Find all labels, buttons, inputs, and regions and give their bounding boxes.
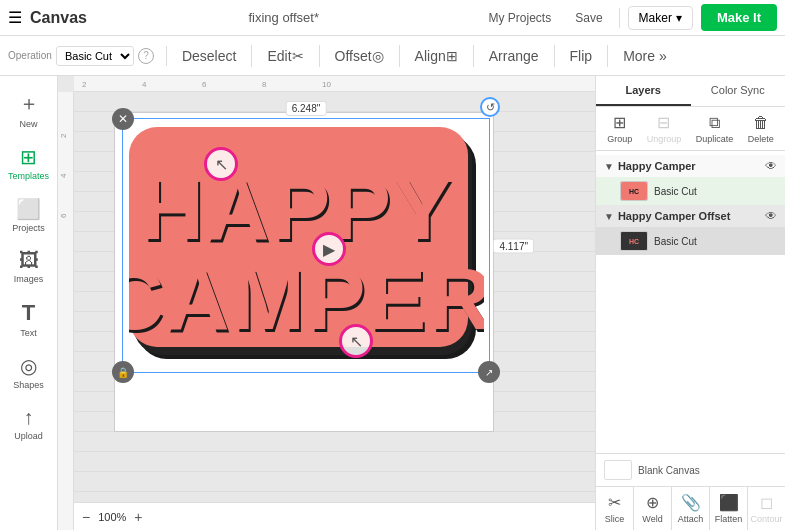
zoom-out-button[interactable]: − bbox=[82, 509, 90, 525]
edit-button[interactable]: Edit ✂ bbox=[264, 45, 306, 67]
flatten-icon: ⬛ bbox=[719, 493, 739, 512]
sidebar-item-label: Projects bbox=[12, 223, 45, 233]
toolbar: Operation Basic Cut ? Deselect Edit ✂ Of… bbox=[0, 36, 785, 76]
sidebar-item-new[interactable]: ＋ New bbox=[4, 84, 54, 135]
move-icon: ↖ bbox=[215, 155, 228, 174]
svg-text:4: 4 bbox=[59, 173, 68, 178]
sidebar-item-text[interactable]: T Text bbox=[4, 294, 54, 344]
panel-footer: ✂ Slice ⊕ Weld 📎 Attach ⬛ Flatten ◻ Cont… bbox=[596, 486, 785, 530]
svg-text:4: 4 bbox=[142, 80, 147, 89]
align-group: Align ⊞ bbox=[412, 45, 474, 67]
edit-icon: ✂ bbox=[292, 48, 304, 64]
canvas-area[interactable]: 2 4 6 8 10 2 4 6 bbox=[58, 76, 595, 530]
hamburger-menu-icon[interactable]: ☰ bbox=[8, 8, 22, 27]
app-title: Canvas bbox=[30, 9, 87, 27]
sidebar-item-templates[interactable]: ⊞ Templates bbox=[4, 139, 54, 187]
blank-canvas-section: Blank Canvas bbox=[596, 453, 785, 486]
slice-icon: ✂ bbox=[608, 493, 621, 512]
layer-item-name: Basic Cut bbox=[654, 236, 777, 247]
offset-group: Offset ◎ bbox=[332, 45, 400, 67]
flip-group: Flip bbox=[567, 45, 609, 67]
layer-thumbnail: HC bbox=[620, 181, 648, 201]
make-it-button[interactable]: Make It bbox=[701, 4, 777, 31]
offset-icon: ◎ bbox=[372, 48, 384, 64]
upload-icon: ↑ bbox=[24, 406, 34, 429]
projects-icon: ⬜ bbox=[16, 197, 41, 221]
save-button[interactable]: Save bbox=[567, 7, 610, 29]
zoom-in-button[interactable]: + bbox=[134, 509, 142, 525]
ruler-horizontal: 2 4 6 8 10 bbox=[74, 76, 595, 92]
group-button[interactable]: ⊞ Group bbox=[607, 113, 632, 144]
sidebar-item-images[interactable]: 🖼 Images bbox=[4, 243, 54, 290]
move-handle-center[interactable]: ▶ bbox=[312, 232, 346, 266]
align-icon: ⊞ bbox=[446, 48, 458, 64]
flatten-button[interactable]: ⬛ Flatten bbox=[710, 487, 748, 530]
templates-icon: ⊞ bbox=[20, 145, 37, 169]
contour-button[interactable]: ◻ Contour bbox=[748, 487, 785, 530]
ruler-vertical: 2 4 6 bbox=[58, 92, 74, 530]
canvas-work-area[interactable]: HAPPY HAPPY CAMPER CAMPER 6.248" 4.117" … bbox=[74, 92, 595, 502]
slice-button[interactable]: ✂ Slice bbox=[596, 487, 634, 530]
top-nav: ☰ Canvas fixing offset* My Projects Save… bbox=[0, 0, 785, 36]
info-icon[interactable]: ? bbox=[138, 48, 154, 64]
layer-group-name: Happy Camper bbox=[618, 160, 761, 172]
main-area: ＋ New ⊞ Templates ⬜ Projects 🖼 Images T … bbox=[0, 76, 785, 530]
images-icon: 🖼 bbox=[19, 249, 39, 272]
nav-divider bbox=[619, 8, 620, 28]
move-handle-topleft[interactable]: ↖ bbox=[204, 147, 238, 181]
shapes-icon: ◎ bbox=[20, 354, 37, 378]
svg-text:8: 8 bbox=[262, 80, 267, 89]
operation-select[interactable]: Basic Cut bbox=[56, 46, 134, 66]
deselect-button[interactable]: Deselect bbox=[179, 45, 239, 67]
bottom-toolbar: − 100% + bbox=[74, 502, 595, 530]
svg-text:6: 6 bbox=[202, 80, 207, 89]
weld-button[interactable]: ⊕ Weld bbox=[634, 487, 672, 530]
panel-actions: ⊞ Group ⊟ Ungroup ⧉ Duplicate 🗑 Delete bbox=[596, 107, 785, 151]
cursor-icon: ↖ bbox=[350, 332, 363, 351]
ungroup-button[interactable]: ⊟ Ungroup bbox=[647, 113, 682, 144]
visibility-toggle-icon[interactable]: 👁 bbox=[765, 209, 777, 223]
layer-item-name: Basic Cut bbox=[654, 186, 777, 197]
layer-group-happy-camper-offset: ▼ Happy Camper Offset 👁 HC Basic Cut bbox=[596, 205, 785, 255]
layer-group-header-happy-camper[interactable]: ▼ Happy Camper 👁 bbox=[596, 155, 785, 177]
sidebar-item-projects[interactable]: ⬜ Projects bbox=[4, 191, 54, 239]
layers-list: ▼ Happy Camper 👁 HC Basic Cut bbox=[596, 151, 785, 453]
attach-button[interactable]: 📎 Attach bbox=[672, 487, 710, 530]
sidebar-item-shapes[interactable]: ◎ Shapes bbox=[4, 348, 54, 396]
new-icon: ＋ bbox=[19, 90, 39, 117]
align-button[interactable]: Align ⊞ bbox=[412, 45, 461, 67]
offset-button[interactable]: Offset ◎ bbox=[332, 45, 387, 67]
layer-item-basic-cut-2[interactable]: HC Basic Cut bbox=[596, 227, 785, 255]
visibility-toggle-icon[interactable]: 👁 bbox=[765, 159, 777, 173]
duplicate-button[interactable]: ⧉ Duplicate bbox=[696, 114, 734, 144]
sidebar-item-label: Upload bbox=[14, 431, 43, 441]
arrange-group: Arrange bbox=[486, 45, 555, 67]
tab-color-sync[interactable]: Color Sync bbox=[691, 76, 786, 106]
group-icon: ⊞ bbox=[613, 113, 626, 132]
weld-icon: ⊕ bbox=[646, 493, 659, 512]
layer-group-header-offset[interactable]: ▼ Happy Camper Offset 👁 bbox=[596, 205, 785, 227]
sidebar-item-upload[interactable]: ↑ Upload bbox=[4, 400, 54, 447]
layer-item-basic-cut-1[interactable]: HC Basic Cut bbox=[596, 177, 785, 205]
layer-group-happy-camper: ▼ Happy Camper 👁 HC Basic Cut bbox=[596, 155, 785, 205]
sidebar-item-label: Shapes bbox=[13, 380, 44, 390]
sidebar-item-label: Images bbox=[14, 274, 44, 284]
more-button[interactable]: More » bbox=[620, 45, 670, 67]
left-sidebar: ＋ New ⊞ Templates ⬜ Projects 🖼 Images T … bbox=[0, 76, 58, 530]
play-icon: ▶ bbox=[323, 240, 335, 259]
svg-text:CAMPER: CAMPER bbox=[129, 249, 484, 348]
group-collapse-icon: ▼ bbox=[604, 211, 614, 222]
ungroup-icon: ⊟ bbox=[657, 113, 670, 132]
flip-button[interactable]: Flip bbox=[567, 45, 596, 67]
attach-icon: 📎 bbox=[681, 493, 701, 512]
arrange-button[interactable]: Arrange bbox=[486, 45, 542, 67]
sidebar-item-label: Text bbox=[20, 328, 37, 338]
maker-button[interactable]: Maker ▾ bbox=[628, 6, 693, 30]
move-handle-bottom[interactable]: ↖ bbox=[339, 324, 373, 358]
panel-tabs: Layers Color Sync bbox=[596, 76, 785, 107]
my-projects-button[interactable]: My Projects bbox=[481, 7, 560, 29]
file-title: fixing offset* bbox=[248, 10, 319, 25]
group-collapse-icon: ▼ bbox=[604, 161, 614, 172]
tab-layers[interactable]: Layers bbox=[596, 76, 691, 106]
delete-button[interactable]: 🗑 Delete bbox=[748, 114, 774, 144]
